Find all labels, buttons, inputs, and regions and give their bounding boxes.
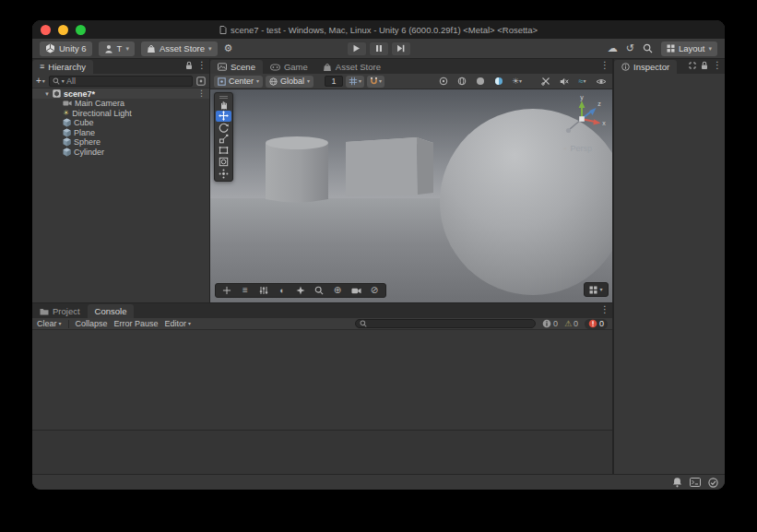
- move-overlay-button[interactable]: [218, 284, 236, 297]
- kebab-menu-icon[interactable]: ⋮: [713, 61, 722, 70]
- cloud-services-button[interactable]: ☁: [608, 41, 618, 56]
- hierarchy-item-main-camera[interactable]: Main Camera: [32, 99, 209, 109]
- console-search-input[interactable]: [370, 319, 531, 328]
- layout-dropdown-button[interactable]: Layout ▾: [661, 41, 717, 56]
- window-title-text: scene7 - test - Windows, Mac, Linux - Un…: [231, 25, 538, 35]
- lock-icon[interactable]: [701, 61, 708, 70]
- console-log-list[interactable]: [32, 330, 612, 430]
- tab-scene[interactable]: Scene: [210, 60, 263, 74]
- skybox-toggle[interactable]: [454, 76, 469, 88]
- editor-dropdown[interactable]: Editor ▾: [165, 319, 192, 328]
- hierarchy-item-cylinder[interactable]: Cylinder: [32, 148, 209, 158]
- console-status-icon[interactable]: [690, 478, 701, 487]
- orientation-gizmo[interactable]: y x z: [557, 94, 607, 144]
- kebab-menu-icon[interactable]: ⋮: [600, 61, 609, 70]
- shaded-mode-toggle[interactable]: [472, 76, 488, 88]
- scene-viewport[interactable]: y x z ◄ Persp: [210, 89, 612, 302]
- kebab-menu-icon[interactable]: ⋮: [197, 61, 207, 70]
- disabled-overlay-button[interactable]: ⊘: [365, 284, 384, 297]
- mixer-overlay-button[interactable]: [254, 284, 273, 297]
- snap-increment-dropdown[interactable]: ▾: [367, 76, 384, 88]
- audio-toggle[interactable]: [556, 76, 572, 88]
- overlay-menu-button[interactable]: ▾: [584, 282, 609, 297]
- tab-project[interactable]: Project: [32, 304, 88, 318]
- tab-game[interactable]: Game: [263, 60, 315, 74]
- lock-icon[interactable]: [185, 61, 193, 70]
- contrast-overlay-button[interactable]: ◐: [273, 284, 291, 297]
- scene-options-icon[interactable]: ⋮: [197, 89, 206, 98]
- unity-version-label: Unity 6: [59, 43, 87, 53]
- scene-tab-icon: [218, 63, 227, 71]
- lighting-dropdown[interactable]: ☀ ▾: [509, 76, 525, 88]
- tab-inspector[interactable]: Inspector: [614, 60, 677, 74]
- rotate-tool[interactable]: [216, 122, 231, 134]
- cut-overlay-toggle[interactable]: [538, 76, 553, 88]
- tool-handle-pivot-button[interactable]: Center ▾: [214, 76, 263, 88]
- view-hand-tool[interactable]: [216, 99, 231, 111]
- hierarchy-search-field[interactable]: ▾: [49, 76, 193, 87]
- scene-camera-toggle[interactable]: [491, 76, 506, 88]
- info-messages-toggle[interactable]: 0: [542, 319, 558, 328]
- expand-icon[interactable]: [689, 62, 696, 69]
- custom-tool[interactable]: [216, 168, 231, 180]
- grid-snap-dropdown[interactable]: ▾: [346, 76, 364, 88]
- grid-size-field[interactable]: [325, 76, 343, 87]
- create-object-button[interactable]: + ▾: [36, 77, 45, 86]
- scale-tool[interactable]: [216, 134, 231, 146]
- error-pause-toggle[interactable]: Error Pause: [114, 319, 159, 328]
- foldout-arrow-icon[interactable]: ▼: [44, 91, 50, 97]
- error-messages-toggle[interactable]: 0: [585, 319, 608, 329]
- hierarchy-item-plane[interactable]: Plane: [32, 128, 209, 138]
- rect-tool[interactable]: [216, 145, 231, 157]
- effects-overlay-button[interactable]: [291, 284, 310, 297]
- step-button[interactable]: [391, 41, 411, 56]
- asset-store-button[interactable]: Asset Store ▾: [141, 41, 218, 56]
- notification-bell-icon[interactable]: [672, 477, 682, 488]
- tab-asset-store[interactable]: Asset Store: [315, 60, 388, 74]
- skybox-globe-icon: [457, 77, 467, 86]
- preferences-button[interactable]: ⚙: [224, 41, 233, 56]
- camera-icon: [351, 287, 361, 295]
- search-filter-dropdown-icon[interactable]: ▾: [62, 78, 65, 84]
- undo-history-button[interactable]: ↺: [626, 41, 634, 56]
- transform-tool[interactable]: [216, 157, 231, 169]
- scene-visibility-toggle[interactable]: [593, 76, 609, 88]
- hierarchy-item-cube[interactable]: Cube: [32, 118, 209, 128]
- camera-overlay-button[interactable]: [347, 284, 365, 297]
- clear-button[interactable]: Clear ▾: [37, 319, 62, 328]
- tasks-complete-icon[interactable]: [708, 478, 718, 488]
- unity-version-button[interactable]: Unity 6: [40, 41, 92, 56]
- rect-tool-icon: [219, 146, 229, 155]
- cylinder-object[interactable]: [266, 136, 328, 203]
- inspector-empty-body: [614, 74, 725, 474]
- hierarchy-item-directional-light[interactable]: ☀ Directional Light: [32, 109, 209, 119]
- search-everywhere-button[interactable]: [643, 41, 653, 56]
- cube-object[interactable]: [346, 137, 433, 196]
- collapse-toggle[interactable]: Collapse: [76, 319, 108, 328]
- hierarchy-item-sphere[interactable]: Sphere: [32, 137, 209, 148]
- minimize-button[interactable]: [58, 25, 68, 35]
- account-button[interactable]: T ▾: [99, 41, 135, 56]
- hierarchy-search-input[interactable]: [66, 77, 189, 86]
- move-tool[interactable]: [216, 111, 231, 123]
- target-overlay-button[interactable]: ⊕: [328, 284, 347, 297]
- projection-toggle[interactable]: ◄ Persp: [562, 144, 592, 153]
- effects-dropdown[interactable]: ≈ ▾: [574, 76, 590, 88]
- titlebar[interactable]: scene7 - test - Windows, Mac, Linux - Un…: [32, 20, 725, 39]
- tool-handle-rotation-button[interactable]: Global ▾: [266, 76, 313, 88]
- list-overlay-button[interactable]: ≡: [236, 284, 254, 297]
- tab-hierarchy[interactable]: ≡ Hierarchy: [32, 60, 93, 74]
- warning-messages-toggle[interactable]: ⚠ 0: [564, 319, 578, 328]
- scene-render: [210, 89, 612, 302]
- kebab-menu-icon[interactable]: ⋮: [600, 305, 609, 314]
- close-button[interactable]: [41, 25, 51, 35]
- scene-header-row[interactable]: ▼ scene7* ⋮: [32, 89, 209, 99]
- pause-button[interactable]: [369, 41, 389, 56]
- search-overlay-button[interactable]: [310, 284, 328, 297]
- play-button[interactable]: [347, 41, 367, 56]
- console-search-field[interactable]: [355, 319, 536, 328]
- scene-picker-icon[interactable]: [196, 77, 206, 86]
- draw-gizmos-toggle[interactable]: [435, 76, 451, 88]
- fullscreen-button[interactable]: [76, 25, 86, 35]
- tab-console[interactable]: Console: [88, 304, 135, 318]
